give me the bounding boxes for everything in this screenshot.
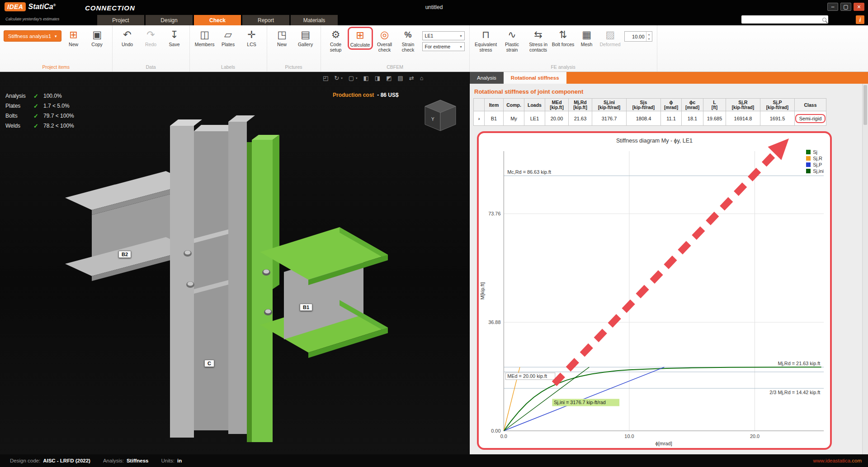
spinner-up-icon[interactable]: ▴ bbox=[646, 32, 652, 37]
search-input[interactable] bbox=[744, 17, 822, 22]
column-c[interactable] bbox=[170, 115, 255, 438]
row-expander[interactable]: › bbox=[474, 111, 485, 126]
lcs-labels-button[interactable]: ✛ LCS bbox=[241, 28, 263, 48]
analysis-selector-dropdown[interactable]: Stiffness analysis1 ▾ bbox=[4, 30, 61, 42]
chevron-down-icon: ▾ bbox=[460, 34, 462, 38]
view-top-icon[interactable]: ◨ bbox=[375, 75, 380, 81]
view-iso-icon[interactable]: ◩ bbox=[386, 75, 392, 81]
copy-project-item-button[interactable]: ▣ Copy bbox=[86, 28, 108, 48]
button-label: LCS bbox=[247, 42, 256, 47]
tab-check[interactable]: Check bbox=[194, 15, 241, 25]
legend-label: Sj,ini bbox=[813, 168, 824, 174]
button-label: Bolt forces bbox=[552, 42, 575, 47]
button-label: Mesh bbox=[581, 42, 593, 47]
col-med: MEd[kip.ft] bbox=[545, 99, 569, 111]
end-plate[interactable] bbox=[247, 135, 279, 442]
code-setup-button[interactable]: ⚙ Code setup bbox=[325, 28, 347, 53]
strain-check-icon: % bbox=[405, 29, 412, 41]
beam-b1[interactable] bbox=[260, 227, 388, 358]
equivalent-stress-button[interactable]: ⊓ Equivalent stress bbox=[473, 28, 499, 53]
nav-cube-axis-label: Y bbox=[431, 117, 434, 122]
mesh-button[interactable]: ▦ Mesh bbox=[576, 28, 598, 48]
tab-materials[interactable]: Materials bbox=[291, 15, 338, 25]
window-controls: – ▢ × bbox=[827, 3, 864, 11]
tab-project[interactable]: Project bbox=[97, 15, 144, 25]
tab-design[interactable]: Design bbox=[146, 15, 193, 25]
undo-icon: ↶ bbox=[123, 29, 131, 41]
compare-icon[interactable]: ⇄ bbox=[409, 75, 414, 81]
undo-button[interactable]: ↶ Undo bbox=[116, 28, 139, 48]
load-case-select[interactable]: LE1 ▾ bbox=[422, 31, 465, 40]
info-button[interactable]: i bbox=[856, 15, 864, 24]
tab-report[interactable]: Report bbox=[242, 15, 289, 25]
design-code-value: AISC - LRFD (2022) bbox=[43, 458, 90, 463]
chevron-down-icon: ▾ bbox=[460, 45, 462, 49]
website-link[interactable]: www.ideastatica.com bbox=[813, 458, 862, 463]
group-caption: CBFEM bbox=[323, 64, 467, 71]
minimize-button[interactable]: – bbox=[827, 3, 838, 11]
spinner-value[interactable]: 10.00 bbox=[625, 32, 646, 41]
new-project-item-button[interactable]: ⊞ New bbox=[62, 28, 85, 48]
bolt-forces-button[interactable]: ⇅ Bolt forces bbox=[552, 28, 575, 48]
close-button[interactable]: × bbox=[854, 3, 864, 11]
reference-label: Mj,Rd = 21.63 kip.ft bbox=[778, 361, 820, 366]
spinner-down-icon[interactable]: ▾ bbox=[646, 37, 652, 42]
logo-idea-badge: IDEA bbox=[5, 2, 26, 11]
viewport-3d[interactable]: ◰ ↻ ▾ ▢ ▾ ◧ ◨ ◩ ▤ ⇄ ⌂ Production cost - … bbox=[0, 72, 469, 454]
reference-label: Mc,Rd = 86.63 kip.ft bbox=[507, 169, 551, 175]
results-tab-bar: Analysis Rotational stiffness bbox=[470, 72, 868, 84]
extreme-select[interactable]: For extreme ▾ bbox=[422, 42, 465, 51]
view-front-icon[interactable]: ◧ bbox=[363, 75, 369, 81]
deformed-button[interactable]: ▨ Deformed bbox=[599, 28, 622, 48]
new-picture-button[interactable]: ◳ New bbox=[271, 28, 293, 48]
chevron-down-icon[interactable]: ▾ bbox=[356, 76, 358, 80]
home-view-icon[interactable]: ⌂ bbox=[420, 75, 424, 81]
gallery-icon: ▤ bbox=[301, 29, 310, 41]
website-text: www.ideastatica bbox=[813, 458, 850, 463]
app-name: CONNECTION bbox=[85, 4, 135, 12]
members-labels-button[interactable]: ◫ Members bbox=[193, 28, 216, 48]
col-item: Item bbox=[485, 99, 504, 111]
new-picture-icon: ◳ bbox=[277, 29, 287, 41]
cell-med: 20.00 bbox=[545, 111, 569, 126]
calculate-button[interactable]: ⊞ Calculate bbox=[349, 28, 372, 48]
plastic-strain-icon: ∿ bbox=[508, 29, 516, 41]
members-icon: ◫ bbox=[200, 29, 209, 41]
gallery-button[interactable]: ▤ Gallery bbox=[294, 28, 317, 48]
scrollbar-thumb[interactable] bbox=[863, 85, 867, 125]
strain-check-button[interactable]: % Strain check bbox=[397, 28, 420, 53]
screenshot-icon[interactable]: ▤ bbox=[397, 75, 403, 81]
redo-button[interactable]: ↷ Redo bbox=[140, 28, 162, 48]
viewport-toolbar: ◰ ↻ ▾ ▢ ▾ ◧ ◨ ◩ ▤ ⇄ ⌂ bbox=[323, 75, 423, 81]
deformation-scale-spinner: 10.00 ▴ ▾ bbox=[624, 31, 652, 42]
fit-view-icon[interactable]: ◰ bbox=[323, 75, 328, 81]
results-body: Rotational stiffness of joint component … bbox=[470, 84, 868, 454]
chevron-down-icon[interactable]: ▾ bbox=[341, 76, 343, 80]
cell-sjr: 16914.8 bbox=[726, 111, 760, 126]
maximize-button[interactable]: ▢ bbox=[840, 3, 851, 11]
cell-phi: 11.1 bbox=[661, 111, 682, 126]
stiffness-results-table: Item Comp. Loads MEd[kip.ft] Mj,Rd[kip.f… bbox=[473, 98, 826, 126]
navigation-cube[interactable]: Y bbox=[417, 95, 462, 133]
col-l: L[ft] bbox=[703, 99, 726, 111]
member-label-b2: B2 bbox=[118, 251, 131, 258]
cell-sjini: 3176.7 bbox=[592, 111, 627, 126]
save-button[interactable]: ↧ Save bbox=[163, 28, 186, 48]
equivalent-stress-icon: ⊓ bbox=[482, 29, 490, 41]
stress-in-contacts-button[interactable]: ⇆ Stress in contacts bbox=[526, 28, 551, 53]
legend-swatch bbox=[806, 150, 811, 154]
tab-rotational-stiffness[interactable]: Rotational stiffness bbox=[504, 72, 566, 84]
plastic-strain-button[interactable]: ∿ Plastic strain bbox=[500, 28, 525, 53]
units-value: in bbox=[177, 458, 182, 463]
mesh-icon: ▦ bbox=[582, 29, 591, 41]
button-label: Code setup bbox=[325, 42, 347, 52]
orbit-icon[interactable]: ↻ bbox=[334, 75, 339, 81]
analysis-value: Stiffness bbox=[127, 458, 149, 463]
plates-labels-button[interactable]: ▱ Plates bbox=[217, 28, 240, 48]
overall-check-button[interactable]: ◎ Overall check bbox=[373, 28, 396, 53]
selection-mode-icon[interactable]: ▢ bbox=[349, 75, 354, 81]
results-scrollbar[interactable] bbox=[862, 84, 868, 454]
table-row[interactable]: › B1 My LE1 20.00 21.63 3176.7 1808.4 11… bbox=[474, 111, 826, 126]
x-tick-label: 0.0 bbox=[500, 434, 507, 439]
tab-analysis[interactable]: Analysis bbox=[470, 72, 504, 84]
